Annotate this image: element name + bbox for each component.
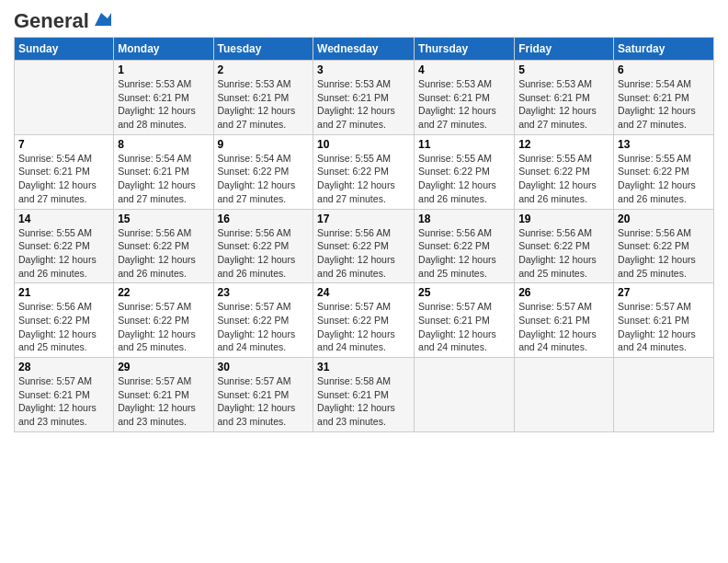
calendar-cell: 10Sunrise: 5:55 AM Sunset: 6:22 PM Dayli… <box>313 134 415 209</box>
day-number: 24 <box>317 286 410 299</box>
day-info: Sunrise: 5:57 AM Sunset: 6:21 PM Dayligh… <box>118 374 209 429</box>
day-header-thursday: Thursday <box>415 38 515 61</box>
day-number: 2 <box>218 63 310 76</box>
day-number: 11 <box>418 138 510 151</box>
day-number: 5 <box>518 63 609 76</box>
calendar-cell: 1Sunrise: 5:53 AM Sunset: 6:21 PM Daylig… <box>114 61 213 135</box>
calendar-cell <box>614 358 714 432</box>
calendar-cell: 25Sunrise: 5:57 AM Sunset: 6:21 PM Dayli… <box>415 283 515 358</box>
day-number: 29 <box>118 361 209 373</box>
day-info: Sunrise: 5:55 AM Sunset: 6:22 PM Dayligh… <box>418 152 510 206</box>
calendar-cell: 22Sunrise: 5:57 AM Sunset: 6:22 PM Dayli… <box>114 283 213 358</box>
logo-icon <box>91 9 111 29</box>
calendar-header-row: SundayMondayTuesdayWednesdayThursdayFrid… <box>15 38 714 61</box>
day-info: Sunrise: 5:53 AM Sunset: 6:21 PM Dayligh… <box>218 77 310 132</box>
calendar-table: SundayMondayTuesdayWednesdayThursdayFrid… <box>14 37 714 432</box>
day-header-monday: Monday <box>114 38 213 61</box>
calendar-week-row: 7Sunrise: 5:54 AM Sunset: 6:21 PM Daylig… <box>15 134 714 209</box>
day-number: 8 <box>118 138 209 151</box>
calendar-cell: 3Sunrise: 5:53 AM Sunset: 6:21 PM Daylig… <box>313 61 415 135</box>
day-info: Sunrise: 5:53 AM Sunset: 6:21 PM Dayligh… <box>317 77 410 132</box>
day-info: Sunrise: 5:57 AM Sunset: 6:22 PM Dayligh… <box>118 300 209 354</box>
day-info: Sunrise: 5:57 AM Sunset: 6:21 PM Dayligh… <box>518 300 609 354</box>
logo-general: General <box>14 9 89 33</box>
day-info: Sunrise: 5:54 AM Sunset: 6:21 PM Dayligh… <box>118 152 209 206</box>
day-header-saturday: Saturday <box>614 38 714 61</box>
calendar-body: 1Sunrise: 5:53 AM Sunset: 6:21 PM Daylig… <box>15 61 714 432</box>
day-info: Sunrise: 5:56 AM Sunset: 6:22 PM Dayligh… <box>218 226 310 281</box>
calendar-cell: 17Sunrise: 5:56 AM Sunset: 6:22 PM Dayli… <box>313 209 415 283</box>
day-number: 12 <box>518 138 609 151</box>
calendar-cell: 12Sunrise: 5:55 AM Sunset: 6:22 PM Dayli… <box>515 134 614 209</box>
day-number: 20 <box>618 213 710 225</box>
day-info: Sunrise: 5:56 AM Sunset: 6:22 PM Dayligh… <box>118 226 209 281</box>
day-number: 28 <box>18 361 109 373</box>
day-number: 14 <box>18 213 109 225</box>
day-number: 16 <box>218 213 310 225</box>
calendar-cell: 29Sunrise: 5:57 AM Sunset: 6:21 PM Dayli… <box>114 358 213 432</box>
calendar-week-row: 1Sunrise: 5:53 AM Sunset: 6:21 PM Daylig… <box>15 61 714 135</box>
calendar-cell: 11Sunrise: 5:55 AM Sunset: 6:22 PM Dayli… <box>415 134 515 209</box>
calendar-cell: 31Sunrise: 5:58 AM Sunset: 6:21 PM Dayli… <box>313 358 415 432</box>
calendar-week-row: 28Sunrise: 5:57 AM Sunset: 6:21 PM Dayli… <box>15 358 714 432</box>
main-container: General SundayMondayTuesdayWednesdayThur… <box>0 0 728 442</box>
day-info: Sunrise: 5:57 AM Sunset: 6:21 PM Dayligh… <box>18 374 109 429</box>
calendar-cell: 15Sunrise: 5:56 AM Sunset: 6:22 PM Dayli… <box>114 209 213 283</box>
calendar-week-row: 14Sunrise: 5:55 AM Sunset: 6:22 PM Dayli… <box>15 209 714 283</box>
calendar-cell: 28Sunrise: 5:57 AM Sunset: 6:21 PM Dayli… <box>15 358 114 432</box>
svg-marker-0 <box>95 13 111 26</box>
calendar-cell: 21Sunrise: 5:56 AM Sunset: 6:22 PM Dayli… <box>15 283 114 358</box>
day-info: Sunrise: 5:53 AM Sunset: 6:21 PM Dayligh… <box>118 77 209 132</box>
calendar-week-row: 21Sunrise: 5:56 AM Sunset: 6:22 PM Dayli… <box>15 283 714 358</box>
day-number: 31 <box>317 361 410 373</box>
day-number: 9 <box>218 138 310 151</box>
logo: General <box>14 9 111 29</box>
header: General <box>14 9 714 29</box>
day-number: 22 <box>118 286 209 299</box>
calendar-cell: 20Sunrise: 5:56 AM Sunset: 6:22 PM Dayli… <box>614 209 714 283</box>
day-info: Sunrise: 5:56 AM Sunset: 6:22 PM Dayligh… <box>317 226 410 281</box>
day-info: Sunrise: 5:57 AM Sunset: 6:21 PM Dayligh… <box>218 374 310 429</box>
calendar-cell: 6Sunrise: 5:54 AM Sunset: 6:21 PM Daylig… <box>614 61 714 135</box>
calendar-cell: 7Sunrise: 5:54 AM Sunset: 6:21 PM Daylig… <box>15 134 114 209</box>
day-info: Sunrise: 5:54 AM Sunset: 6:21 PM Dayligh… <box>618 77 710 132</box>
day-number: 30 <box>218 361 310 373</box>
day-info: Sunrise: 5:55 AM Sunset: 6:22 PM Dayligh… <box>518 152 609 206</box>
calendar-cell: 23Sunrise: 5:57 AM Sunset: 6:22 PM Dayli… <box>213 283 313 358</box>
calendar-cell: 30Sunrise: 5:57 AM Sunset: 6:21 PM Dayli… <box>213 358 313 432</box>
day-info: Sunrise: 5:56 AM Sunset: 6:22 PM Dayligh… <box>18 300 109 354</box>
day-header-sunday: Sunday <box>15 38 114 61</box>
day-number: 25 <box>418 286 510 299</box>
calendar-cell: 16Sunrise: 5:56 AM Sunset: 6:22 PM Dayli… <box>213 209 313 283</box>
day-number: 1 <box>118 63 209 76</box>
day-number: 3 <box>317 63 410 76</box>
day-header-friday: Friday <box>515 38 614 61</box>
day-number: 7 <box>18 138 109 151</box>
day-info: Sunrise: 5:54 AM Sunset: 6:22 PM Dayligh… <box>218 152 310 206</box>
calendar-cell <box>15 61 114 135</box>
day-info: Sunrise: 5:56 AM Sunset: 6:22 PM Dayligh… <box>618 226 710 281</box>
day-number: 21 <box>18 286 109 299</box>
day-number: 19 <box>518 213 609 225</box>
day-info: Sunrise: 5:53 AM Sunset: 6:21 PM Dayligh… <box>518 77 609 132</box>
day-number: 10 <box>317 138 410 151</box>
day-info: Sunrise: 5:55 AM Sunset: 6:22 PM Dayligh… <box>18 226 109 281</box>
day-header-wednesday: Wednesday <box>313 38 415 61</box>
calendar-cell: 14Sunrise: 5:55 AM Sunset: 6:22 PM Dayli… <box>15 209 114 283</box>
day-info: Sunrise: 5:54 AM Sunset: 6:21 PM Dayligh… <box>18 152 109 206</box>
calendar-cell: 19Sunrise: 5:56 AM Sunset: 6:22 PM Dayli… <box>515 209 614 283</box>
day-number: 23 <box>218 286 310 299</box>
day-number: 26 <box>518 286 609 299</box>
day-info: Sunrise: 5:55 AM Sunset: 6:22 PM Dayligh… <box>317 152 410 206</box>
calendar-cell: 9Sunrise: 5:54 AM Sunset: 6:22 PM Daylig… <box>213 134 313 209</box>
day-header-tuesday: Tuesday <box>213 38 313 61</box>
day-info: Sunrise: 5:56 AM Sunset: 6:22 PM Dayligh… <box>518 226 609 281</box>
calendar-cell <box>415 358 515 432</box>
day-info: Sunrise: 5:57 AM Sunset: 6:22 PM Dayligh… <box>218 300 310 354</box>
day-number: 18 <box>418 213 510 225</box>
calendar-cell: 2Sunrise: 5:53 AM Sunset: 6:21 PM Daylig… <box>213 61 313 135</box>
calendar-cell: 5Sunrise: 5:53 AM Sunset: 6:21 PM Daylig… <box>515 61 614 135</box>
day-info: Sunrise: 5:57 AM Sunset: 6:22 PM Dayligh… <box>317 300 410 354</box>
calendar-cell: 13Sunrise: 5:55 AM Sunset: 6:22 PM Dayli… <box>614 134 714 209</box>
calendar-cell: 4Sunrise: 5:53 AM Sunset: 6:21 PM Daylig… <box>415 61 515 135</box>
